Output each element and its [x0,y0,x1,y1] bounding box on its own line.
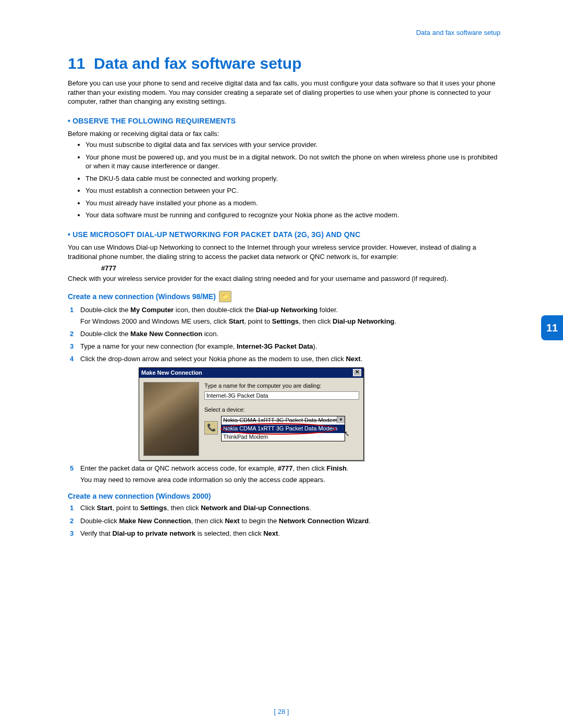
dropdown-option[interactable]: ThinkPad Modem [222,433,345,441]
t: Network Connection Wizard [279,517,369,525]
t: is selected, then click [195,529,263,537]
t: For Windows 2000 and Windows ME users, c… [80,317,229,325]
step-5: Enter the packet data or QNC network acc… [68,464,500,485]
t: Type a name for your new connection (for… [80,342,237,350]
name-label: Type a name for the computer you are dia… [204,382,359,390]
t: Nokia CDMA 1xRTT 3G Packet Data Modem [223,425,337,431]
dropdown-selected: Nokia CDMA 1xRTT 3G Packet Data Modem ▼ [222,416,345,425]
t: Next [346,355,360,363]
observe-list: You must subscribe to digital data and f… [68,140,500,220]
intro-paragraph: Before you can use your phone to send an… [68,79,500,106]
step-1-sub: For Windows 2000 and Windows ME users, c… [80,317,500,326]
section-win98-heading: Create a new connection (Windows 98/ME) … [68,291,500,302]
section-win2000-heading: Create a new connection (Windows 2000) [68,492,500,500]
list-item: Your phone must be powered up, and you m… [85,153,500,171]
t: Nokia CDMA 1xRTT 3G Packet Data Modem [223,417,337,423]
win98-steps: Double-click the My Computer icon, then … [68,305,500,485]
connection-name-input[interactable] [204,391,359,400]
list-item: You must subscribe to digital data and f… [85,140,500,150]
step-2: Double-click the Make New Connection ico… [68,329,500,339]
t: Verify that [80,529,112,537]
page-number: [ 28 ] [0,708,563,715]
list-item: The DKU-5 data cable must be connected a… [85,174,500,183]
chapter-number: 11 [68,55,85,72]
t: . [347,464,349,472]
t: Settings [140,504,167,512]
t: . [361,355,363,363]
step-1: Click Start, point to Settings, then cli… [68,503,500,513]
dialog-form: Type a name for the computer you are dia… [204,382,359,456]
t: ). [313,342,317,350]
t: , point to [244,317,272,325]
step-4: Click the drop-down arrow and select you… [68,354,500,461]
chapter-name: Data and fax software setup [94,55,301,72]
t: folder. [317,306,338,314]
t: Start [229,317,244,325]
t: Internet-3G Packet Data [237,342,313,350]
t: , point to [112,504,140,512]
t: Dial-up Networking [333,317,394,325]
t: Double-click the [80,330,130,338]
device-dropdown[interactable]: Nokia CDMA 1xRTT 3G Packet Data Modem ▼ … [221,416,345,441]
step-2: Double-click Make New Connection, then c… [68,516,500,526]
close-icon[interactable]: ✕ [353,369,361,376]
dropdown-option-highlighted[interactable]: Nokia CDMA 1xRTT 3G Packet Data Modem ↖ [222,425,345,433]
step-3: Verify that Dial-up to private network i… [68,529,500,538]
dialog-title-text: Make New Connection [141,369,202,377]
t: Make New Connection [119,517,191,525]
t: #777 [278,464,293,472]
section-observe-heading: • OBSERVE THE FOLLOWING REQUIREMENTS [68,117,500,125]
modem-icon: 📞 [204,421,218,435]
header-link: Data and fax software setup [416,29,500,36]
device-row: 📞 Nokia CDMA 1xRTT 3G Packet Data Modem … [204,416,359,441]
win2000-heading-text: Create a new connection (Windows 2000) [68,492,211,500]
chevron-down-icon[interactable]: ▼ [337,416,345,423]
t: , then click [191,517,225,525]
t: . [309,504,311,512]
list-item: You must establish a connection between … [85,186,500,195]
t: Next [263,529,278,537]
t: Start [97,504,113,512]
observe-lead: Before making or receiving digital data … [68,129,500,139]
t: . [369,517,371,525]
t: Enter the packet data or QNC network acc… [80,464,278,472]
t: Click the drop-down arrow and select you… [80,355,346,363]
t: Dial-up Networking [256,306,317,314]
t: , then click [167,504,201,512]
t: icon, then double-click the [174,306,256,314]
t: Double-click [80,517,119,525]
t: Network and Dial-up Connections [201,504,309,512]
dialog-titlebar: Make New Connection ✕ [139,368,363,378]
section-dialup-heading: • USE MICROSOFT DIAL-UP NETWORKING FOR P… [68,230,500,239]
list-item: You must already have installed your pho… [85,199,500,208]
win2000-steps: Click Start, point to Settings, then cli… [68,503,500,538]
t: My Computer [130,306,174,314]
win98-heading-text: Create a new connection (Windows 98/ME) [68,292,216,301]
page-content: Data and fax software setup 11 Data and … [0,0,563,564]
step-1: Double-click the My Computer icon, then … [68,305,500,326]
dial-code: #777 [101,264,500,272]
t: to begin the [240,517,279,525]
dialup-para1: You can use Windows Dial-up Networking t… [68,243,500,261]
t: Double-click the [80,306,130,314]
t: Settings [272,317,299,325]
t: Next [225,517,239,525]
dialog-screenshot: Make New Connection ✕ Type a name for th… [139,367,500,461]
t: . [395,317,397,325]
step-3: Type a name for your new connection (for… [68,342,500,351]
t: Make New Connection [130,330,202,338]
cursor-icon: ↖ [344,429,350,439]
t: Finish [327,464,347,472]
t: Dial-up to private network [112,529,195,537]
dialog-sidebar-image [143,382,199,456]
list-item: Your data software must be running and c… [85,211,500,220]
folder-icon: 📁 [219,291,231,302]
t: , then click [293,464,327,472]
device-label: Select a device: [204,406,359,414]
dialog-body: Type a name for the computer you are dia… [139,378,363,460]
step-5-sub: You may need to remove area code informa… [80,475,500,485]
t: Click [80,504,97,512]
chapter-title: 11 Data and fax software setup [68,55,500,72]
t: icon. [202,330,218,338]
make-new-connection-dialog: Make New Connection ✕ Type a name for th… [139,367,364,461]
